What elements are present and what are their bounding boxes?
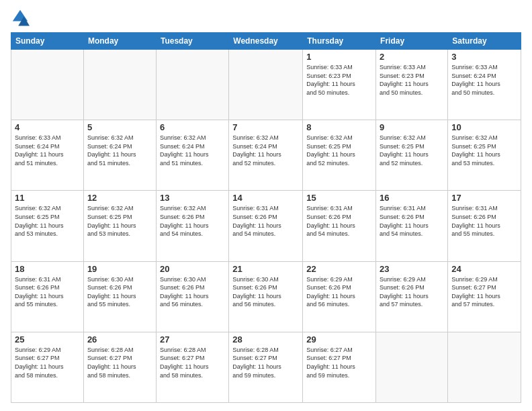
day-number: 10 bbox=[451, 122, 517, 132]
calendar-cell: 28Sunrise: 6:28 AM Sunset: 6:27 PM Dayli… bbox=[229, 332, 303, 402]
day-number: 7 bbox=[232, 122, 299, 132]
day-info: Sunrise: 6:32 AM Sunset: 6:25 PM Dayligh… bbox=[87, 204, 152, 238]
header-row: SundayMondayTuesdayWednesdayThursdayFrid… bbox=[11, 33, 521, 50]
day-info: Sunrise: 6:27 AM Sunset: 6:27 PM Dayligh… bbox=[306, 346, 372, 379]
day-info: Sunrise: 6:33 AM Sunset: 6:23 PM Dayligh… bbox=[306, 63, 372, 97]
week-row-4: 25Sunrise: 6:29 AM Sunset: 6:27 PM Dayli… bbox=[11, 332, 521, 402]
day-info: Sunrise: 6:33 AM Sunset: 6:24 PM Dayligh… bbox=[451, 63, 517, 97]
day-info: Sunrise: 6:32 AM Sunset: 6:25 PM Dayligh… bbox=[15, 204, 80, 238]
day-number: 25 bbox=[15, 334, 80, 345]
calendar-cell: 3Sunrise: 6:33 AM Sunset: 6:24 PM Daylig… bbox=[448, 50, 521, 120]
day-header-saturday: Saturday bbox=[448, 33, 521, 50]
calendar-cell: 9Sunrise: 6:32 AM Sunset: 6:25 PM Daylig… bbox=[376, 120, 448, 191]
calendar-cell: 1Sunrise: 6:33 AM Sunset: 6:23 PM Daylig… bbox=[303, 50, 376, 120]
day-info: Sunrise: 6:32 AM Sunset: 6:24 PM Dayligh… bbox=[87, 134, 152, 167]
day-number: 28 bbox=[232, 334, 299, 345]
day-number: 21 bbox=[232, 264, 299, 274]
calendar-cell bbox=[229, 50, 303, 120]
calendar-cell: 23Sunrise: 6:29 AM Sunset: 6:26 PM Dayli… bbox=[376, 261, 448, 332]
day-info: Sunrise: 6:29 AM Sunset: 6:27 PM Dayligh… bbox=[451, 275, 517, 309]
day-number: 19 bbox=[87, 264, 152, 274]
calendar-cell: 16Sunrise: 6:31 AM Sunset: 6:26 PM Dayli… bbox=[376, 191, 448, 261]
calendar-cell: 7Sunrise: 6:32 AM Sunset: 6:24 PM Daylig… bbox=[229, 120, 303, 191]
day-number: 15 bbox=[306, 193, 372, 203]
calendar-cell bbox=[448, 332, 521, 402]
calendar-cell bbox=[83, 50, 156, 120]
day-info: Sunrise: 6:31 AM Sunset: 6:26 PM Dayligh… bbox=[451, 204, 517, 238]
day-number: 6 bbox=[160, 122, 225, 132]
day-number: 1 bbox=[306, 52, 372, 62]
calendar-cell: 2Sunrise: 6:33 AM Sunset: 6:23 PM Daylig… bbox=[376, 50, 448, 120]
week-row-2: 11Sunrise: 6:32 AM Sunset: 6:25 PM Dayli… bbox=[11, 191, 521, 261]
calendar-cell bbox=[376, 332, 448, 402]
week-row-0: 1Sunrise: 6:33 AM Sunset: 6:23 PM Daylig… bbox=[11, 50, 521, 120]
day-number: 27 bbox=[160, 334, 225, 345]
calendar-cell: 5Sunrise: 6:32 AM Sunset: 6:24 PM Daylig… bbox=[83, 120, 156, 191]
day-number: 23 bbox=[380, 264, 444, 274]
day-number: 13 bbox=[160, 193, 225, 203]
week-row-1: 4Sunrise: 6:33 AM Sunset: 6:24 PM Daylig… bbox=[11, 120, 521, 191]
day-number: 3 bbox=[451, 52, 517, 62]
calendar-cell: 24Sunrise: 6:29 AM Sunset: 6:27 PM Dayli… bbox=[448, 261, 521, 332]
week-row-3: 18Sunrise: 6:31 AM Sunset: 6:26 PM Dayli… bbox=[11, 261, 521, 332]
header bbox=[11, 8, 521, 27]
calendar-cell bbox=[156, 50, 228, 120]
day-info: Sunrise: 6:33 AM Sunset: 6:24 PM Dayligh… bbox=[15, 134, 80, 167]
day-info: Sunrise: 6:32 AM Sunset: 6:25 PM Dayligh… bbox=[451, 134, 517, 167]
calendar-cell: 10Sunrise: 6:32 AM Sunset: 6:25 PM Dayli… bbox=[448, 120, 521, 191]
day-header-monday: Monday bbox=[83, 33, 156, 50]
calendar-cell bbox=[11, 50, 84, 120]
day-info: Sunrise: 6:29 AM Sunset: 6:26 PM Dayligh… bbox=[380, 275, 444, 309]
day-info: Sunrise: 6:32 AM Sunset: 6:26 PM Dayligh… bbox=[160, 204, 225, 238]
day-header-thursday: Thursday bbox=[303, 33, 376, 50]
calendar-cell: 12Sunrise: 6:32 AM Sunset: 6:25 PM Dayli… bbox=[83, 191, 156, 261]
logo bbox=[11, 8, 32, 27]
calendar-cell: 17Sunrise: 6:31 AM Sunset: 6:26 PM Dayli… bbox=[448, 191, 521, 261]
day-number: 14 bbox=[232, 193, 299, 203]
calendar-cell: 11Sunrise: 6:32 AM Sunset: 6:25 PM Dayli… bbox=[11, 191, 84, 261]
day-header-tuesday: Tuesday bbox=[156, 33, 228, 50]
day-info: Sunrise: 6:28 AM Sunset: 6:27 PM Dayligh… bbox=[232, 346, 299, 379]
day-info: Sunrise: 6:32 AM Sunset: 6:25 PM Dayligh… bbox=[306, 134, 372, 167]
calendar-cell: 6Sunrise: 6:32 AM Sunset: 6:24 PM Daylig… bbox=[156, 120, 228, 191]
calendar-cell: 29Sunrise: 6:27 AM Sunset: 6:27 PM Dayli… bbox=[303, 332, 376, 402]
day-info: Sunrise: 6:30 AM Sunset: 6:26 PM Dayligh… bbox=[87, 275, 152, 309]
day-number: 2 bbox=[380, 52, 444, 62]
day-info: Sunrise: 6:29 AM Sunset: 6:27 PM Dayligh… bbox=[15, 346, 80, 379]
day-number: 11 bbox=[15, 193, 80, 203]
calendar-cell: 13Sunrise: 6:32 AM Sunset: 6:26 PM Dayli… bbox=[156, 191, 228, 261]
calendar-cell: 19Sunrise: 6:30 AM Sunset: 6:26 PM Dayli… bbox=[83, 261, 156, 332]
day-info: Sunrise: 6:31 AM Sunset: 6:26 PM Dayligh… bbox=[15, 275, 80, 309]
day-header-wednesday: Wednesday bbox=[229, 33, 303, 50]
day-info: Sunrise: 6:32 AM Sunset: 6:25 PM Dayligh… bbox=[380, 134, 444, 167]
calendar-cell: 25Sunrise: 6:29 AM Sunset: 6:27 PM Dayli… bbox=[11, 332, 84, 402]
day-info: Sunrise: 6:28 AM Sunset: 6:27 PM Dayligh… bbox=[87, 346, 152, 379]
day-info: Sunrise: 6:32 AM Sunset: 6:24 PM Dayligh… bbox=[160, 134, 225, 167]
calendar-cell: 22Sunrise: 6:29 AM Sunset: 6:26 PM Dayli… bbox=[303, 261, 376, 332]
day-number: 17 bbox=[451, 193, 517, 203]
day-info: Sunrise: 6:29 AM Sunset: 6:26 PM Dayligh… bbox=[306, 275, 372, 309]
calendar-cell: 26Sunrise: 6:28 AM Sunset: 6:27 PM Dayli… bbox=[83, 332, 156, 402]
day-number: 16 bbox=[380, 193, 444, 203]
calendar-cell: 14Sunrise: 6:31 AM Sunset: 6:26 PM Dayli… bbox=[229, 191, 303, 261]
day-number: 29 bbox=[306, 334, 372, 345]
calendar-cell: 15Sunrise: 6:31 AM Sunset: 6:26 PM Dayli… bbox=[303, 191, 376, 261]
page: SundayMondayTuesdayWednesdayThursdayFrid… bbox=[0, 0, 532, 411]
day-info: Sunrise: 6:28 AM Sunset: 6:27 PM Dayligh… bbox=[160, 346, 225, 379]
day-info: Sunrise: 6:33 AM Sunset: 6:23 PM Dayligh… bbox=[380, 63, 444, 97]
day-number: 12 bbox=[87, 193, 152, 203]
calendar-cell: 8Sunrise: 6:32 AM Sunset: 6:25 PM Daylig… bbox=[303, 120, 376, 191]
day-number: 20 bbox=[160, 264, 225, 274]
day-info: Sunrise: 6:32 AM Sunset: 6:24 PM Dayligh… bbox=[232, 134, 299, 167]
day-header-sunday: Sunday bbox=[11, 33, 84, 50]
calendar-table: SundayMondayTuesdayWednesdayThursdayFrid… bbox=[11, 32, 521, 403]
day-header-friday: Friday bbox=[376, 33, 448, 50]
logo-icon bbox=[11, 8, 30, 27]
day-number: 4 bbox=[15, 122, 80, 132]
day-info: Sunrise: 6:30 AM Sunset: 6:26 PM Dayligh… bbox=[160, 275, 225, 309]
day-number: 22 bbox=[306, 264, 372, 274]
day-info: Sunrise: 6:31 AM Sunset: 6:26 PM Dayligh… bbox=[306, 204, 372, 238]
day-info: Sunrise: 6:30 AM Sunset: 6:26 PM Dayligh… bbox=[232, 275, 299, 309]
calendar-cell: 18Sunrise: 6:31 AM Sunset: 6:26 PM Dayli… bbox=[11, 261, 84, 332]
day-number: 18 bbox=[15, 264, 80, 274]
